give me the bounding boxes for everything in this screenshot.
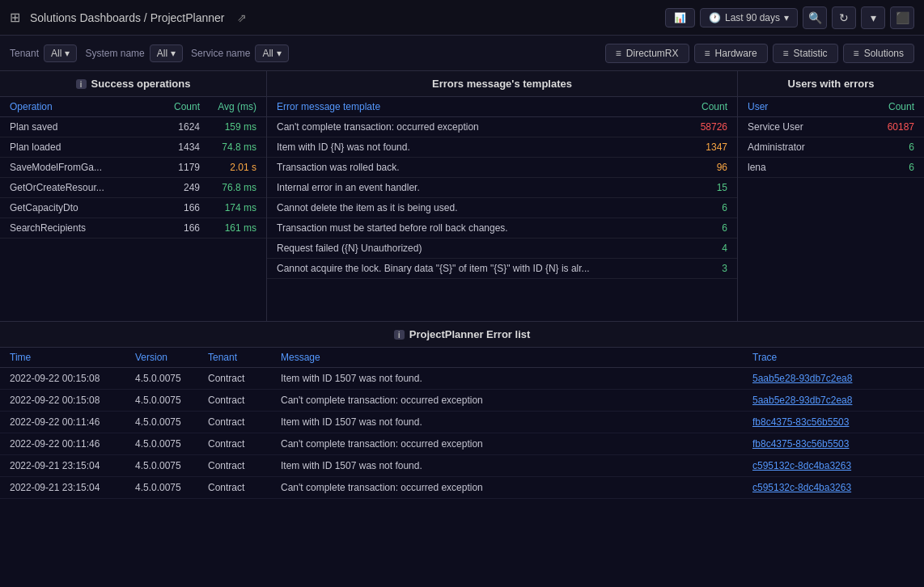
system-name-select[interactable]: All ▾ <box>150 44 183 62</box>
trace-link[interactable]: c595132c-8dc4ba3263 <box>752 460 914 471</box>
tab-statistic[interactable]: ≡ Statistic <box>773 44 838 63</box>
tenant-label: Tenant <box>10 48 39 59</box>
count-cell: 15 <box>679 182 727 193</box>
chevron-down-icon: ▾ <box>65 48 70 59</box>
count-cell: 166 <box>155 222 200 234</box>
trace-link[interactable]: 5aab5e28-93db7c2ea8 <box>752 373 914 384</box>
errors-panel-title: Errors message's templates <box>432 78 572 90</box>
share-icon[interactable]: ⇗ <box>237 11 247 24</box>
table-row: lena 6 <box>738 158 924 178</box>
time-range-label: Last 90 days <box>725 12 780 23</box>
success-rows: Plan saved 1624 159 ms Plan loaded 1434 … <box>0 117 266 239</box>
list-item: 2022-09-21 23:15:04 4.5.0.0075 Contract … <box>0 455 924 477</box>
trace-link[interactable]: fb8c4375-83c56b5503 <box>752 438 914 450</box>
trace-link[interactable]: c595132c-8dc4ba3263 <box>752 482 914 493</box>
error-list-title: ProjectPlanner Error list <box>409 328 531 340</box>
list-item: 2022-09-22 00:15:08 4.5.0.0075 Contract … <box>0 368 924 390</box>
count-cell: 249 <box>155 182 200 193</box>
table-row: Plan loaded 1434 74.8 ms <box>0 137 266 158</box>
col-message: Message <box>281 352 752 363</box>
message-cell: Item with ID 1507 was not found. <box>281 460 752 471</box>
version-cell: 4.5.0.0075 <box>135 460 208 471</box>
list-item: 2022-09-21 23:15:04 4.5.0.0075 Contract … <box>0 477 924 499</box>
count-cell: 6 <box>679 222 727 234</box>
version-cell: 4.5.0.0075 <box>135 438 208 450</box>
avg-cell: 159 ms <box>200 121 256 133</box>
service-name-filter: Service name All ▾ <box>191 44 289 62</box>
operation-cell: Plan saved <box>10 121 155 133</box>
trace-link[interactable]: 5aab5e28-93db7c2ea8 <box>752 395 914 406</box>
col-user: User <box>748 101 866 112</box>
success-operations-title: Success operations <box>91 78 191 90</box>
error-list-rows: 2022-09-22 00:15:08 4.5.0.0075 Contract … <box>0 368 924 587</box>
service-name-select[interactable]: All ▾ <box>255 44 288 62</box>
avg-cell: 174 ms <box>200 202 256 213</box>
tenant-cell: Contract <box>208 438 281 450</box>
col-time: Time <box>10 352 135 363</box>
info-badge: i <box>76 79 87 89</box>
operation-cell: SearchRecipients <box>10 222 155 234</box>
col-error-count: Count <box>679 101 727 112</box>
table-row: Request failed ({N} Unauthorized) 4 <box>267 239 737 259</box>
list-item: 2022-09-22 00:11:46 4.5.0.0075 Contract … <box>0 433 924 455</box>
error-list-table-header: Time Version Tenant Message Trace <box>0 348 924 368</box>
system-name-filter: System name All ▾ <box>85 44 183 62</box>
tab-directumrx[interactable]: ≡ DirectumRX <box>605 44 689 63</box>
version-cell: 4.5.0.0075 <box>135 373 208 384</box>
tenant-cell: Contract <box>208 416 281 428</box>
zoom-button[interactable]: 🔍 <box>803 6 827 29</box>
count-cell: 1179 <box>155 162 200 173</box>
count-cell: 6 <box>679 202 727 213</box>
tenant-cell: Contract <box>208 373 281 384</box>
error-list-header: i ProjectPlanner Error list <box>0 322 924 348</box>
count-cell: 96 <box>679 162 727 173</box>
list-item: 2022-09-22 00:15:08 4.5.0.0075 Contract … <box>0 390 924 412</box>
chevron-down-icon: ▾ <box>171 48 176 59</box>
table-row: Cannot delete the item as it is being us… <box>267 198 737 218</box>
list-item: 2022-09-22 00:11:46 4.5.0.0075 Contract … <box>0 412 924 433</box>
count-cell: 1624 <box>155 121 200 133</box>
tab-solutions[interactable]: ≡ Solutions <box>843 44 914 63</box>
user-cell: Administrator <box>748 141 866 153</box>
operation-cell: SaveModelFromGa... <box>10 162 155 173</box>
service-name-label: Service name <box>191 48 250 59</box>
time-range-button[interactable]: 🕐 Last 90 days ▾ <box>700 8 798 27</box>
success-operations-panel: i Success operations Operation Count Avg… <box>0 71 267 321</box>
template-cell: Internal error in an event handler. <box>277 182 679 193</box>
more-button[interactable]: ▾ <box>861 6 885 29</box>
message-cell: Can't complete transaction: occurred exc… <box>281 395 752 406</box>
top-panels: i Success operations Operation Count Avg… <box>0 71 924 322</box>
col-tenant: Tenant <box>208 352 281 363</box>
time-cell: 2022-09-21 23:15:04 <box>10 460 135 471</box>
tenant-cell: Contract <box>208 395 281 406</box>
col-count: Count <box>155 101 200 112</box>
refresh-button[interactable]: ↻ <box>832 6 856 29</box>
monitor-button[interactable]: ⬛ <box>890 6 914 29</box>
table-row: Transaction was rolled back. 96 <box>267 158 737 178</box>
count-cell: 58726 <box>679 121 727 133</box>
avg-cell: 76.8 ms <box>200 182 256 193</box>
operation-cell: Plan loaded <box>10 141 155 153</box>
error-list-panel: i ProjectPlanner Error list Time Version… <box>0 322 924 587</box>
count-cell: 1434 <box>155 141 200 153</box>
tab-hardware[interactable]: ≡ Hardware <box>694 44 768 63</box>
col-avg: Avg (ms) <box>200 101 256 112</box>
count-cell: 6 <box>866 141 914 153</box>
errors-panel-header: Errors message's templates <box>267 71 737 97</box>
count-cell: 6 <box>866 162 914 173</box>
user-cell: lena <box>748 162 866 173</box>
success-operations-header: i Success operations <box>0 71 266 97</box>
trace-link[interactable]: fb8c4375-83c56b5503 <box>752 416 914 428</box>
errors-table-header: Error message template Count <box>267 97 737 117</box>
avg-cell: 161 ms <box>200 222 256 234</box>
filter-tabs: ≡ DirectumRX ≡ Hardware ≡ Statistic ≡ So… <box>605 44 914 63</box>
message-cell: Can't complete transaction: occurred exc… <box>281 482 752 493</box>
table-row: Item with ID {N} was not found. 1347 <box>267 137 737 158</box>
chart-type-button[interactable]: 📊 <box>665 8 695 27</box>
count-cell: 166 <box>155 202 200 213</box>
clock-icon: 🕐 <box>709 12 721 23</box>
chevron-down-icon: ▾ <box>784 12 789 23</box>
menu-icon: ≡ <box>705 48 710 59</box>
tenant-select[interactable]: All ▾ <box>44 44 77 62</box>
top-bar-right: 📊 🕐 Last 90 days ▾ 🔍 ↻ ▾ ⬛ <box>665 6 914 29</box>
